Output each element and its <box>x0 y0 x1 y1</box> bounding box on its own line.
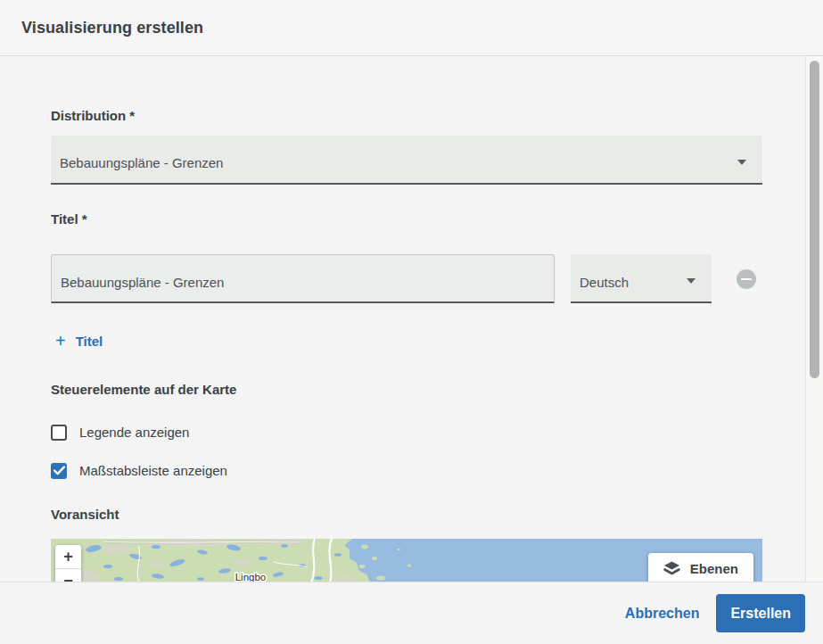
zoom-in-button[interactable]: + <box>55 545 81 568</box>
map-controls-heading: Steuerelemente auf der Karte <box>51 381 762 398</box>
layers-button[interactable]: Ebenen <box>648 553 753 583</box>
scalebar-checkbox-label: Maßstabsleiste anzeigen <box>79 462 227 479</box>
layers-button-label: Ebenen <box>690 561 738 576</box>
layers-icon <box>663 561 680 575</box>
language-select-value: Deutsch <box>571 274 629 301</box>
create-button[interactable]: Erstellen <box>716 594 805 632</box>
scalebar-checkbox[interactable] <box>51 463 67 479</box>
preview-heading: Voransicht <box>51 506 762 523</box>
chevron-down-icon <box>687 278 695 284</box>
create-visualization-dialog: Visualisierung erstellen Distribution * … <box>0 0 823 644</box>
language-select[interactable]: Deutsch <box>571 254 712 303</box>
title-input[interactable]: Bebauungspläne - Grenzen <box>51 254 555 303</box>
add-title-label: Titel <box>76 334 103 349</box>
map-zoom-control: + − <box>55 545 81 583</box>
scrollbar-track[interactable] <box>805 56 823 582</box>
map-preview[interactable]: Lingbo + − Ebenen <box>51 539 762 583</box>
title-label: Titel * <box>51 211 762 227</box>
dialog-footer: Abbrechen Erstellen <box>0 582 823 644</box>
title-input-value: Bebauungspläne - Grenzen <box>52 274 224 301</box>
legend-checkbox-row[interactable]: Legende anzeigen <box>51 424 762 441</box>
add-title-button[interactable]: + Titel <box>55 333 103 349</box>
dialog-body: Distribution * Bebauungspläne - Grenzen … <box>0 107 823 583</box>
cancel-button[interactable]: Abbrechen <box>625 606 700 622</box>
remove-title-button[interactable] <box>737 269 756 289</box>
minus-icon <box>741 278 752 280</box>
dialog-title: Visualisierung erstellen <box>21 19 203 37</box>
chevron-down-icon <box>737 160 746 165</box>
distribution-select[interactable]: Bebauungspläne - Grenzen <box>51 136 762 185</box>
checkmark-icon <box>53 466 65 475</box>
title-row: Bebauungspläne - Grenzen Deutsch <box>51 254 762 303</box>
distribution-select-value: Bebauungspläne - Grenzen <box>51 154 223 183</box>
scrollbar-thumb[interactable] <box>810 61 819 378</box>
plus-icon: + <box>55 333 66 349</box>
scalebar-checkbox-row[interactable]: Maßstabsleiste anzeigen <box>51 462 762 479</box>
dialog-header: Visualisierung erstellen <box>0 0 823 56</box>
legend-checkbox-label: Legende anzeigen <box>79 424 189 441</box>
legend-checkbox[interactable] <box>51 425 67 441</box>
distribution-label: Distribution * <box>51 107 762 124</box>
